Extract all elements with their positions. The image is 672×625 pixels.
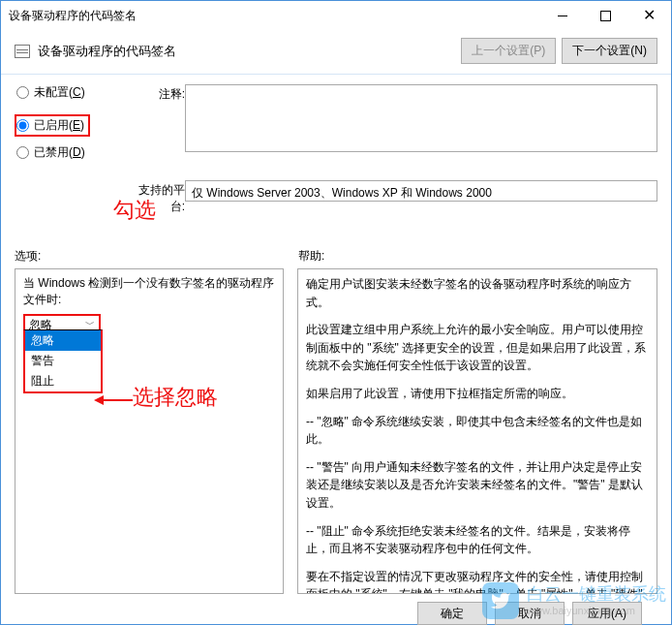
cancel-button[interactable]: 取消 [495,602,565,625]
radio-disabled-input[interactable] [16,146,29,159]
prev-setting-button[interactable]: 上一个设置(P) [461,38,556,64]
option-ignore[interactable]: 忽略 [25,330,101,351]
help-p1: 确定用户试图安装未经数字签名的设备驱动程序时系统的响应方式。 [306,275,649,311]
radio-enabled[interactable]: 已启用(E) [16,117,84,134]
help-p5: -- "警告" 向用户通知未经数字签名的文件，并让用户决定是停止安装还是继续安装… [306,458,649,513]
options-prompt: 当 Windows 检测到一个没有数字签名的驱动程序文件时: [23,275,275,308]
comment-label: 注释: [129,84,185,174]
help-p7: 要在不指定设置的情况下更改驱动程序文件的安全性，请使用控制面板中的 "系统"。右… [306,568,649,594]
radio-unconfigured-input[interactable] [16,86,29,99]
options-label: 选项: [15,248,298,265]
option-block[interactable]: 阻止 [25,371,101,391]
divider [1,74,671,75]
footer: 确定 取消 应用(A) [15,594,657,625]
radio-enabled-input[interactable] [16,119,29,132]
help-label: 帮助: [298,248,324,265]
dialog-window: 设备驱动程序的代码签名 ✕ 设备驱动程序的代码签名 上一个设置(P) 下一个设置… [0,0,672,625]
header: 设备驱动程序的代码签名 上一个设置(P) 下一个设置(N) [1,30,671,74]
titlebar: 设备驱动程序的代码签名 ✕ [1,1,671,30]
header-title: 设备驱动程序的代码签名 [38,43,455,60]
help-p2: 此设置建立组中用户系统上允许的最小安全响应。用户可以使用控制面板中的 "系统" … [306,321,649,375]
platform-label: 支持的平台: [129,180,185,215]
radio-disabled[interactable]: 已禁用(D) [16,144,121,161]
next-setting-button[interactable]: 下一个设置(N) [562,38,657,64]
help-p6: -- "阻止" 命令系统拒绝安装未经签名的文件。结果是，安装将停止，而且将不安装… [306,522,649,558]
dropdown-list: 忽略 警告 阻止 [23,329,103,393]
ok-button[interactable]: 确定 [417,602,487,625]
platform-field: 仅 Windows Server 2003、Windows XP 和 Windo… [185,180,657,202]
help-panel: 确定用户试图安装未经数字签名的设备驱动程序时系统的响应方式。 此设置建立组中用户… [297,268,657,594]
state-radio-group: 未配置(C) 已启用(E) 已禁用(D) [15,84,121,161]
policy-icon [15,45,30,58]
minimize-button[interactable] [540,1,584,30]
options-panel: 当 Windows 检测到一个没有数字签名的驱动程序文件时: 忽略 ﹀ 忽略 警… [15,268,284,594]
close-button[interactable]: ✕ [627,1,671,30]
option-warn[interactable]: 警告 [25,351,101,371]
apply-button[interactable]: 应用(A) [572,602,642,625]
annotation-enabled-box: 已启用(E) [15,114,90,137]
comment-textarea[interactable] [185,84,657,152]
help-p4: -- "忽略" 命令系统继续安装，即使其中包含未经签名的文件也是如此。 [306,413,649,449]
maximize-button[interactable] [584,1,627,30]
radio-unconfigured[interactable]: 未配置(C) [16,84,121,101]
help-p3: 如果启用了此设置，请使用下拉框指定所需的响应。 [306,385,649,403]
window-title: 设备驱动程序的代码签名 [9,8,540,24]
